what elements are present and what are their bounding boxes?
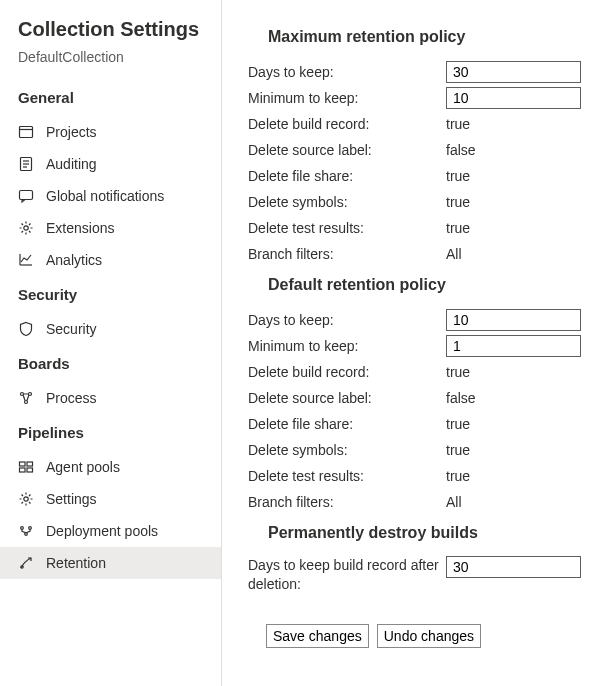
label-min-to-keep: Minimum to keep: (248, 90, 446, 106)
label-days-to-keep: Days to keep: (248, 312, 446, 328)
value-branch-filters: All (446, 494, 462, 510)
sidebar-item-extensions[interactable]: Extensions (0, 212, 221, 244)
svg-rect-12 (27, 462, 33, 466)
section-title-max-retention: Maximum retention policy (248, 20, 581, 60)
settings-icon (18, 491, 34, 507)
value-delete-symbols: true (446, 442, 470, 458)
svg-rect-0 (20, 127, 33, 138)
label-min-to-keep: Minimum to keep: (248, 338, 446, 354)
label-branch-filters: Branch filters: (248, 494, 446, 510)
sidebar-item-auditing[interactable]: Auditing (0, 148, 221, 180)
process-icon (18, 390, 34, 406)
input-default-min-to-keep[interactable] (446, 335, 581, 357)
deployment-pools-icon (18, 523, 34, 539)
sidebar-item-label: Projects (46, 124, 97, 140)
svg-point-8 (21, 393, 24, 396)
sidebar-item-retention[interactable]: Retention (0, 547, 221, 579)
sidebar-item-security[interactable]: Security (0, 313, 221, 345)
sidebar-item-label: Deployment pools (46, 523, 158, 539)
svg-point-10 (25, 401, 28, 404)
sidebar-item-deployment-pools[interactable]: Deployment pools (0, 515, 221, 547)
section-pipelines: Pipelines (0, 414, 221, 451)
svg-point-16 (21, 527, 24, 530)
svg-rect-14 (27, 468, 33, 472)
svg-rect-11 (20, 462, 26, 466)
svg-point-7 (24, 226, 28, 230)
main-content: Maximum retention policy Days to keep: M… (222, 0, 603, 686)
sidebar-item-settings[interactable]: Settings (0, 483, 221, 515)
sidebar-item-analytics[interactable]: Analytics (0, 244, 221, 276)
notifications-icon (18, 188, 34, 204)
sidebar-item-process[interactable]: Process (0, 382, 221, 414)
value-delete-test-results: true (446, 468, 470, 484)
collection-name: DefaultCollection (0, 49, 221, 79)
value-delete-build-record: true (446, 364, 470, 380)
label-delete-source-label: Delete source label: (248, 142, 446, 158)
undo-button[interactable]: Undo changes (377, 624, 481, 648)
svg-point-9 (29, 393, 32, 396)
section-title-destroy: Permanently destroy builds (248, 516, 581, 556)
input-default-days-to-keep[interactable] (446, 309, 581, 331)
svg-rect-13 (20, 468, 26, 472)
sidebar-item-label: Security (46, 321, 97, 337)
svg-point-17 (29, 527, 32, 530)
sidebar-item-projects[interactable]: Projects (0, 116, 221, 148)
sidebar-item-label: Analytics (46, 252, 102, 268)
analytics-icon (18, 252, 34, 268)
value-delete-test-results: true (446, 220, 470, 236)
section-general: General (0, 79, 221, 116)
label-delete-file-share: Delete file share: (248, 416, 446, 432)
label-delete-test-results: Delete test results: (248, 220, 446, 236)
label-branch-filters: Branch filters: (248, 246, 446, 262)
label-delete-symbols: Delete symbols: (248, 442, 446, 458)
sidebar-item-label: Process (46, 390, 97, 406)
save-button[interactable]: Save changes (266, 624, 369, 648)
value-delete-symbols: true (446, 194, 470, 210)
input-max-min-to-keep[interactable] (446, 87, 581, 109)
page-title: Collection Settings (0, 18, 221, 49)
sidebar: Collection Settings DefaultCollection Ge… (0, 0, 222, 686)
label-delete-test-results: Delete test results: (248, 468, 446, 484)
input-max-days-to-keep[interactable] (446, 61, 581, 83)
extensions-icon (18, 220, 34, 236)
value-delete-file-share: true (446, 168, 470, 184)
label-destroy-days: Days to keep build record after deletion… (248, 556, 446, 594)
sidebar-item-global-notifications[interactable]: Global notifications (0, 180, 221, 212)
label-delete-source-label: Delete source label: (248, 390, 446, 406)
input-destroy-days[interactable] (446, 556, 581, 578)
sidebar-item-label: Global notifications (46, 188, 164, 204)
label-delete-build-record: Delete build record: (248, 364, 446, 380)
auditing-icon (18, 156, 34, 172)
section-boards: Boards (0, 345, 221, 382)
svg-rect-6 (20, 191, 33, 200)
sidebar-item-label: Extensions (46, 220, 114, 236)
value-delete-source-label: false (446, 390, 476, 406)
sidebar-item-label: Agent pools (46, 459, 120, 475)
retention-icon (18, 555, 34, 571)
label-delete-build-record: Delete build record: (248, 116, 446, 132)
value-branch-filters: All (446, 246, 462, 262)
label-days-to-keep: Days to keep: (248, 64, 446, 80)
svg-point-18 (25, 533, 28, 536)
label-delete-symbols: Delete symbols: (248, 194, 446, 210)
sidebar-item-agent-pools[interactable]: Agent pools (0, 451, 221, 483)
section-security: Security (0, 276, 221, 313)
value-delete-build-record: true (446, 116, 470, 132)
sidebar-item-label: Retention (46, 555, 106, 571)
label-delete-file-share: Delete file share: (248, 168, 446, 184)
svg-point-15 (24, 497, 28, 501)
shield-icon (18, 321, 34, 337)
projects-icon (18, 124, 34, 140)
section-title-default-retention: Default retention policy (248, 268, 581, 308)
sidebar-item-label: Auditing (46, 156, 97, 172)
value-delete-file-share: true (446, 416, 470, 432)
agent-pools-icon (18, 459, 34, 475)
sidebar-item-label: Settings (46, 491, 97, 507)
value-delete-source-label: false (446, 142, 476, 158)
